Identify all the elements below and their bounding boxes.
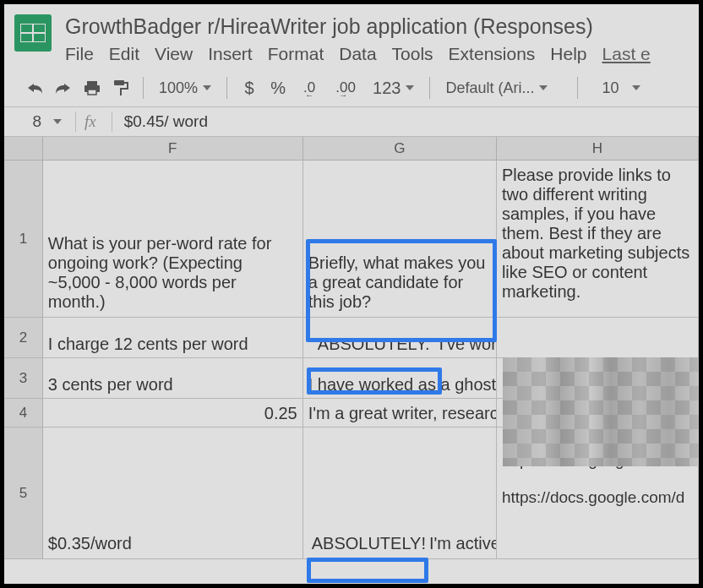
row-header-2[interactable]: 2 [4,318,43,357]
menu-view[interactable]: View [155,44,193,64]
increase-decimal-button[interactable]: .00→ [329,76,362,100]
cell-G2[interactable]: "ABSOLUTELY." I've wor [303,318,497,357]
decrease-decimal-button[interactable]: .0← [295,76,324,100]
percent-button[interactable]: % [266,76,290,100]
table-row: 3 3 cents per word I have worked as a gh… [4,358,699,399]
currency-button[interactable]: $ [237,76,261,100]
highlighted-text: "ABSOLUTELY." [308,335,439,354]
chevron-down-icon[interactable] [53,119,62,124]
cell-H3[interactable] [497,358,699,398]
menu-extensions[interactable]: Extensions [449,44,536,64]
spreadsheet-grid: F G H 1 What is your per-word rate for o… [4,137,699,559]
row-header-5[interactable]: 5 [4,427,43,558]
cell-F3[interactable]: 3 cents per word [43,358,303,398]
cell-G1[interactable]: Briefly, what makes you a great candidat… [303,161,497,317]
column-header-F[interactable]: F [43,137,303,160]
chevron-down-icon [539,85,548,90]
table-row: 4 0.25 I'm a great writer, researc [4,399,699,427]
zoom-dropdown[interactable]: 100% [154,78,216,99]
cell-G4[interactable]: I'm a great writer, researc [303,399,497,427]
redo-icon [54,80,73,95]
column-header-H[interactable]: H [497,137,699,160]
menu-last-edit[interactable]: Last e [602,44,651,64]
chevron-down-icon [406,85,414,90]
menu-data[interactable]: Data [339,44,376,64]
cell-H5[interactable]: https://buttercms.com/blo https://docs.g… [497,427,699,558]
name-box[interactable]: 8 [4,112,48,131]
redo-button[interactable] [52,76,75,100]
print-icon [83,79,101,96]
menu-edit[interactable]: Edit [109,44,139,64]
highlighted-text: ABSOLUTELY! [308,534,429,553]
svg-rect-6 [114,80,124,85]
print-button[interactable] [80,76,104,100]
row-header-3[interactable]: 3 [4,358,43,398]
cell-F4[interactable]: 0.25 [43,399,303,427]
menu-bar: File Edit View Insert Format Data Tools … [65,41,692,68]
menu-insert[interactable]: Insert [208,44,253,64]
table-row: 1 What is your per-word rate for ongoing… [4,161,699,318]
sheets-grid-icon [20,24,46,42]
document-title[interactable]: GrowthBadger r/HireaWriter job applicati… [65,11,692,41]
paint-roller-icon [112,79,129,97]
paint-format-button[interactable] [109,76,133,100]
cell-F2[interactable]: I charge 12 cents per word [43,318,303,357]
row-header-1[interactable]: 1 [4,161,43,317]
cell-G3[interactable]: I have worked as a ghost [303,358,497,398]
cell-H2[interactable] [497,318,699,357]
table-row: 5 $0.35/word ABSOLUTELY! I'm active http… [4,427,699,559]
menu-format[interactable]: Format [268,44,324,64]
cell-F5[interactable]: $0.35/word [43,427,303,558]
toolbar: 100% $ % .0← .00→ 123 Default (Ari... 10 [4,68,699,106]
table-row: 2 I charge 12 cents per word "ABSOLUTELY… [4,318,699,358]
cell-G5[interactable]: ABSOLUTELY! I'm active [303,427,497,558]
font-dropdown[interactable]: Default (Ari... [440,78,567,99]
fx-label: fx [84,112,96,131]
menu-file[interactable]: File [65,44,94,64]
cell-F1[interactable]: What is your per-word rate for ongoing w… [43,161,303,317]
undo-button[interactable] [23,76,46,100]
more-formats-dropdown[interactable]: 123 [368,77,419,100]
menu-help[interactable]: Help [550,44,586,64]
sheets-logo [14,14,52,52]
row-header-4[interactable]: 4 [4,399,43,427]
select-all-corner[interactable] [4,137,43,160]
svg-rect-5 [88,90,96,95]
menu-tools[interactable]: Tools [392,44,433,64]
cell-H4[interactable] [497,399,699,427]
chevron-down-icon [203,85,211,90]
font-size-dropdown[interactable]: 10 [588,78,646,99]
formula-bar[interactable]: $0.45/ word [124,112,208,131]
zoom-value: 100% [159,79,198,97]
undo-icon [25,80,44,95]
column-header-G[interactable]: G [303,137,497,160]
chevron-down-icon [632,85,640,90]
cell-H1[interactable]: Please provide links to two different wr… [497,161,699,317]
svg-rect-3 [87,81,97,85]
